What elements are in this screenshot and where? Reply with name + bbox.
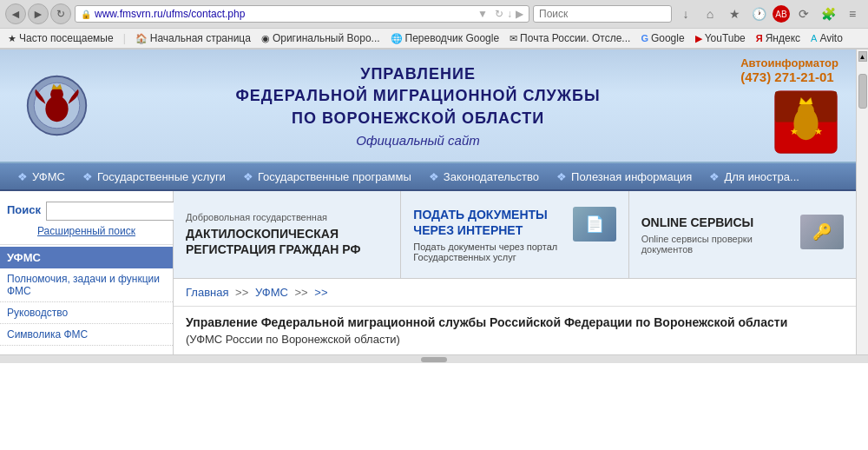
site-subtitle: Официальный сайт	[95, 133, 740, 148]
autoinformer-label: Автоинформатор	[740, 56, 838, 69]
feature-title-dactyl: ДАКТИЛОСКОПИЧЕСКАЯ РЕГИСТРАЦИЯ ГРАЖДАН Р…	[186, 226, 388, 257]
search-input[interactable]	[46, 202, 187, 221]
header-right: Автоинформатор (473) 271-21-01 ★	[740, 56, 838, 155]
sync-icon[interactable]: ⟳	[793, 3, 814, 24]
bookmark-avito[interactable]: A Avito	[808, 31, 845, 45]
feature-title-online: ONLINE СЕРВИСЫ	[641, 215, 795, 230]
horizontal-scrollbar[interactable]	[421, 357, 447, 362]
home-icon[interactable]: ⌂	[700, 3, 720, 24]
feature-image-online: 🔑	[800, 215, 844, 249]
sidebar-menu-item-3: Символика ФМС	[0, 324, 173, 346]
mail-icon: ✉	[510, 33, 517, 44]
feature-boxes: Добровольная государственная ДАКТИЛОСКОП…	[174, 191, 856, 279]
search-label: Поиск	[7, 203, 41, 216]
breadcrumb-home[interactable]: Главная	[186, 286, 228, 299]
menu-icon[interactable]: ≡	[842, 3, 863, 24]
scroll-up-btn[interactable]: ▲	[858, 51, 867, 62]
autoinformer-section: Автоинформатор (473) 271-21-01	[740, 56, 838, 84]
address-bar[interactable]: 🔒 www.fmsvrn.ru/ufms/contact.php ▼ ↻ ↓ ▶	[75, 5, 529, 23]
header-inner: УПРАВЛЕНИЕ ФЕДЕРАЛЬНОЙ МИГРАЦИОННОЙ СЛУЖ…	[0, 50, 856, 162]
feature-box-online[interactable]: ONLINE СЕРВИСЫ Online сервисы проверки д…	[629, 191, 856, 278]
bookmark-original[interactable]: ◉ Оригинальный Воро...	[259, 31, 383, 45]
bookmark-frequent[interactable]: ★ Часто посещаемые	[5, 31, 116, 45]
bookmarks-bar: ★ Часто посещаемые | 🏠 Начальная страниц…	[0, 29, 868, 49]
browser-search-bar[interactable]	[533, 5, 672, 23]
advanced-search: Расширенный поиск	[7, 224, 166, 237]
svg-point-7	[798, 103, 814, 119]
main-area: Поиск 🔍 Расширенный поиск УФМС Полномочи…	[0, 191, 856, 354]
bookmark-youtube[interactable]: ▶ YouTube	[693, 31, 748, 45]
site-nav: ❖ УФМС ❖ Государственные услуги ❖ Госуда…	[0, 163, 856, 191]
avito-icon: A	[811, 33, 817, 43]
reload-button[interactable]: ↻	[50, 3, 71, 24]
feature-title-docs: ПОДАТЬ ДОКУМЕНТЫ ЧЕРЕЗ ИНТЕРНЕТ	[413, 207, 567, 238]
feature-small-text: Добровольная государственная	[186, 212, 388, 222]
browser-toolbar: ◄ ► ↻ 🔒 www.fmsvrn.ru/ufms/contact.php ▼…	[0, 0, 868, 29]
nav-arrow-icon6: ❖	[709, 170, 720, 183]
bookmark-home[interactable]: 🏠 Начальная страница	[133, 31, 253, 45]
nav-buttons: ◄ ► ↻	[5, 3, 71, 24]
feature-box-documents[interactable]: ПОДАТЬ ДОКУМЕНТЫ ЧЕРЕЗ ИНТЕРНЕТ Подать д…	[401, 191, 628, 278]
browser-chrome: ◄ ► ↻ 🔒 www.fmsvrn.ru/ufms/contact.php ▼…	[0, 0, 868, 50]
page-content: Управление Федеральной миграционной служ…	[174, 307, 856, 354]
scroll-indicator	[0, 354, 868, 363]
content-area: Добровольная государственная ДАКТИЛОСКОП…	[174, 191, 856, 354]
nav-item-ufms[interactable]: ❖ УФМС	[9, 165, 74, 189]
bookmarks-icon[interactable]: ★	[724, 3, 745, 24]
svg-text:★: ★	[790, 126, 799, 136]
right-emblem-svg: ★ ★	[773, 89, 838, 155]
history-icon[interactable]: 🕐	[748, 3, 769, 24]
site-icon: ◉	[261, 33, 270, 44]
google-icon: G	[641, 33, 648, 43]
feature-image-docs: 📄	[573, 207, 616, 242]
left-emblem-svg	[24, 73, 89, 138]
browser-search-input[interactable]	[539, 8, 666, 20]
page-wrapper: УПРАВЛЕНИЕ ФЕДЕРАЛЬНОЙ МИГРАЦИОННОЙ СЛУЖ…	[0, 50, 868, 354]
adblock-icon[interactable]: AB	[773, 5, 790, 23]
search-box: Поиск 🔍 Расширенный поиск	[0, 191, 173, 245]
title-line1: УПРАВЛЕНИЕ ФЕДЕРАЛЬНОЙ МИГРАЦИОННОЙ СЛУЖ…	[95, 63, 740, 129]
advanced-search-link[interactable]: Расширенный поиск	[37, 225, 135, 237]
bookmark-google[interactable]: G Google	[638, 31, 687, 45]
nav-item-services[interactable]: ❖ Государственные услуги	[74, 165, 234, 189]
nav-item-info[interactable]: ❖ Полезная информация	[548, 165, 700, 189]
bookmark-yandex[interactable]: Я Яндекс	[753, 31, 803, 45]
feature-box-dactyl: Добровольная государственная ДАКТИЛОСКОП…	[174, 191, 401, 278]
sidebar-link-rukovodstvo[interactable]: Руководство	[0, 302, 173, 323]
nav-item-law[interactable]: ❖ Законодательство	[420, 165, 548, 189]
breadcrumb-current: >>	[314, 286, 327, 299]
download-icon[interactable]: ↓	[675, 3, 696, 24]
site-header: УПРАВЛЕНИЕ ФЕДЕРАЛЬНОЙ МИГРАЦИОННОЙ СЛУЖ…	[0, 50, 856, 163]
header-title: УПРАВЛЕНИЕ ФЕДЕРАЛЬНОЙ МИГРАЦИОННОЙ СЛУЖ…	[95, 63, 740, 148]
browser-actions: ↓ ⌂ ★ 🕐 AB ⟳ 🧩 ≡	[675, 3, 863, 24]
page-subheading: (УФМС России по Воронежской области)	[186, 333, 844, 346]
star-icon: ★	[8, 33, 16, 44]
site-content: УПРАВЛЕНИЕ ФЕДЕРАЛЬНОЙ МИГРАЦИОННОЙ СЛУЖ…	[0, 50, 856, 354]
nav-item-foreign[interactable]: ❖ Для иностра...	[700, 165, 807, 189]
scrollbar-thumb[interactable]	[858, 74, 867, 109]
breadcrumb-ufms[interactable]: УФМС	[255, 286, 288, 299]
nav-arrow-icon: ❖	[17, 170, 28, 183]
bookmark-pochta[interactable]: ✉ Почта России. Отсле...	[507, 31, 633, 45]
bookmark-translate[interactable]: 🌐 Переводчик Google	[388, 31, 503, 45]
sidebar-menu-item-2: Руководство	[0, 302, 173, 324]
nav-arrow-icon5: ❖	[556, 170, 567, 183]
sidebar: Поиск 🔍 Расширенный поиск УФМС Полномочи…	[0, 191, 174, 354]
nav-arrow-icon2: ❖	[82, 170, 93, 183]
feature-desc-docs: Подать документы через портал Государств…	[413, 242, 567, 262]
breadcrumb: Главная >> УФМС >> >>	[174, 279, 856, 307]
sidebar-menu: Полномочия, задачи и функции ФМС Руковод…	[0, 268, 173, 346]
extensions-icon[interactable]: 🧩	[818, 3, 838, 24]
back-button[interactable]: ◄	[5, 3, 26, 24]
page-heading: Управление Федеральной миграционной служ…	[186, 315, 844, 329]
sidebar-link-simvolika[interactable]: Символика ФМС	[0, 324, 173, 345]
nav-arrow-icon3: ❖	[243, 170, 253, 183]
nav-item-programs[interactable]: ❖ Государственные программы	[234, 165, 420, 189]
sidebar-menu-item-1: Полномочия, задачи и функции ФМС	[0, 268, 173, 302]
youtube-icon: ▶	[695, 33, 702, 44]
scrollbar[interactable]: ▲	[856, 50, 868, 354]
svg-text:★: ★	[814, 126, 823, 136]
translate-icon: 🌐	[391, 33, 403, 44]
forward-button[interactable]: ►	[28, 3, 49, 24]
sidebar-link-polnomochiya[interactable]: Полномочия, задачи и функции ФМС	[0, 268, 173, 301]
